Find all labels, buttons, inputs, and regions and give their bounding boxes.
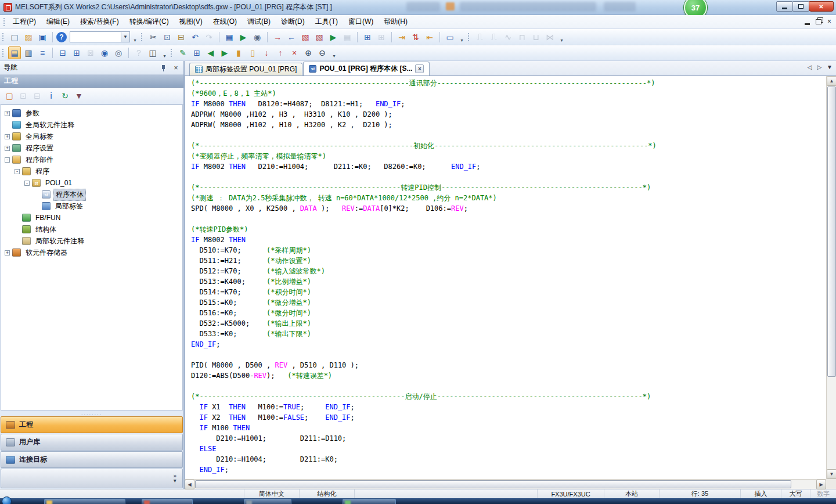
taskbar-button[interactable] xyxy=(44,499,125,504)
tree-expander-icon[interactable]: - xyxy=(5,157,10,163)
st-edit-icon[interactable]: ✎ xyxy=(176,46,189,59)
tree-item-软元件存储器[interactable]: +软元件存储器 xyxy=(1,247,182,258)
taskbar-button[interactable] xyxy=(343,499,396,504)
online-verify-icon[interactable]: ▧ xyxy=(299,31,312,44)
nav-button-user-library[interactable]: 用户库 xyxy=(1,434,183,451)
menu-item[interactable]: 窗口(W) xyxy=(343,15,379,28)
st-document-icon[interactable]: ⊞ xyxy=(190,46,203,59)
menu-item[interactable]: 帮助(H) xyxy=(379,15,413,28)
help-icon[interactable]: ? xyxy=(56,32,67,42)
st-code-editor[interactable]: (*--------------------------------------… xyxy=(185,76,826,479)
tree-item-全局软元件注释[interactable]: 全局软元件注释 xyxy=(1,119,182,131)
tree-item-程序[interactable]: -程序 xyxy=(1,165,182,177)
tree-item-全局标签[interactable]: +全局标签 xyxy=(1,131,182,142)
combobox-dropdown-icon[interactable]: ▼ xyxy=(121,32,129,42)
module-configuration-icon[interactable]: ▥ xyxy=(22,46,35,59)
pc-monitor-icon[interactable]: ▭ xyxy=(444,31,456,44)
new-project-icon[interactable]: ▢ xyxy=(8,31,21,44)
tab-scroll-right-icon[interactable]: ▷ xyxy=(817,64,821,70)
tree-item-程序设置[interactable]: +程序设置 xyxy=(1,142,182,154)
zoom-in-icon[interactable]: ⊕ xyxy=(302,46,315,59)
menu-item[interactable]: 在线(O) xyxy=(208,15,242,28)
tab-list-icon[interactable]: ▼ xyxy=(827,64,833,70)
tree-item-局部标签[interactable]: 局部标签 xyxy=(1,200,182,212)
scroll-left-icon[interactable]: ◀ xyxy=(185,480,194,489)
delete-row-icon[interactable]: × xyxy=(288,46,301,59)
menu-item[interactable]: 诊断(D) xyxy=(276,15,310,28)
copy-icon[interactable]: ⊡ xyxy=(161,31,174,44)
tree-item-POU_01[interactable]: -stPOU_01 xyxy=(1,177,182,189)
refresh-view-icon[interactable]: ↻ xyxy=(59,89,71,102)
vertical-scrollbar[interactable]: ▲ ▼ xyxy=(826,76,836,479)
menu-item[interactable]: 调试(B) xyxy=(242,15,276,28)
pin-icon[interactable] xyxy=(159,64,167,72)
tree-expander-icon[interactable]: + xyxy=(5,134,10,139)
menu-item[interactable]: 视图(V) xyxy=(174,15,208,28)
taskbar-button[interactable] xyxy=(244,499,291,504)
device-hw-find-icon[interactable]: ◉ xyxy=(251,31,264,44)
tab-close-icon[interactable]: × xyxy=(415,64,424,73)
new-item-icon[interactable]: ▢ xyxy=(3,89,16,102)
find-binoculars-icon[interactable]: ◫ xyxy=(146,46,159,59)
statement-insert-icon[interactable]: ⇥ xyxy=(395,31,408,44)
note-insert-icon[interactable]: ⇅ xyxy=(409,31,422,44)
toolbar-overflow-icon[interactable]: ▾ xyxy=(558,31,565,44)
nav-button-project[interactable]: 工程 xyxy=(1,416,183,433)
sort-filter-icon[interactable]: ▼ xyxy=(73,89,85,102)
device-read-icon[interactable]: ⊞ xyxy=(361,31,374,44)
mdi-minimize-button[interactable] xyxy=(805,23,810,25)
insert-row-icon[interactable]: ▮ xyxy=(232,46,245,59)
tree-item-结构体[interactable]: 结构体 xyxy=(1,224,182,235)
tree-expander-icon[interactable]: + xyxy=(5,146,10,151)
scroll-up-icon[interactable]: ▲ xyxy=(827,76,836,86)
toolbar-overflow-icon[interactable]: ▾ xyxy=(131,31,139,44)
read-from-plc-icon[interactable]: ← xyxy=(285,31,298,44)
scroll-right-icon[interactable]: ▶ xyxy=(816,480,826,489)
minimize-button[interactable] xyxy=(776,1,793,12)
restore-button[interactable] xyxy=(792,1,809,12)
find-combobox[interactable]: ▼ xyxy=(70,31,130,42)
tree-item-程序部件[interactable]: -程序部件 xyxy=(1,154,182,165)
toolbar-overflow-icon[interactable]: ▾ xyxy=(330,46,338,59)
move-down-icon[interactable]: ↓ xyxy=(260,46,273,59)
menu-item[interactable]: 搜索/替换(F) xyxy=(75,15,124,28)
mdi-restore-button[interactable] xyxy=(816,19,821,24)
cut-icon[interactable]: ✂ xyxy=(147,31,160,44)
menu-item[interactable]: 转换/编译(C) xyxy=(124,15,174,28)
tree-expander-icon[interactable]: + xyxy=(5,111,10,116)
zoom-out-icon[interactable]: ⊖ xyxy=(316,46,329,59)
device-comment-find-icon[interactable]: ▦ xyxy=(223,31,236,44)
find-next-icon[interactable]: ▶ xyxy=(218,46,231,59)
online-monitor-icon[interactable]: ▧ xyxy=(313,31,326,44)
nav-button-connection-destination[interactable]: 连接目标 xyxy=(1,451,183,468)
tab-local-label-setting[interactable]: 局部标签设置 POU_01 [PRG] xyxy=(189,63,302,75)
toolbar-overflow-icon[interactable]: ▾ xyxy=(458,31,466,44)
save-project-icon[interactable]: ▣ xyxy=(36,31,49,44)
undo-icon[interactable]: ↶ xyxy=(189,31,201,44)
tree-item-局部软元件注释[interactable]: 局部软元件注释 xyxy=(1,235,182,247)
insert-il-row-icon[interactable]: ▯ xyxy=(246,46,259,59)
tree-item-FB/FUN[interactable]: FB/FUN xyxy=(1,212,182,224)
tab-program-body[interactable]: st POU_01 [PRG] 程序本体 [S... × xyxy=(303,62,430,75)
tree-item-程序本体[interactable]: st程序本体 xyxy=(1,189,182,200)
device-find-icon[interactable]: ◎ xyxy=(112,46,125,59)
tab-scroll-left-icon[interactable]: ◁ xyxy=(808,64,812,70)
write-to-plc-icon[interactable]: → xyxy=(271,31,284,44)
menu-item[interactable]: 工程(P) xyxy=(8,15,41,28)
taskbar-button[interactable] xyxy=(142,499,193,504)
item-info-icon[interactable]: i xyxy=(45,89,57,102)
panel-splitter-handle[interactable]: ........ xyxy=(0,411,183,416)
configure-buttons-icon[interactable]: ▾ xyxy=(174,478,176,483)
project-tree-toggle-icon[interactable]: ▤ xyxy=(8,46,21,59)
scroll-down-icon[interactable]: ▼ xyxy=(827,469,836,479)
menu-item[interactable]: 编辑(E) xyxy=(41,15,75,28)
find-previous-icon[interactable]: ◀ xyxy=(204,46,217,59)
monitor-screen-icon[interactable]: ▶ xyxy=(237,31,250,44)
work-list-icon[interactable]: ≡ xyxy=(36,46,49,59)
device-comment-dev-icon[interactable]: ⊟ xyxy=(56,46,69,59)
open-project-icon[interactable]: ▨ xyxy=(22,31,35,44)
statement-batch-icon[interactable]: ⇤ xyxy=(423,31,436,44)
tree-expander-icon[interactable]: - xyxy=(15,169,20,174)
tree-expander-icon[interactable]: + xyxy=(5,250,10,255)
toolbar-overflow-icon[interactable]: ▾ xyxy=(161,46,168,59)
